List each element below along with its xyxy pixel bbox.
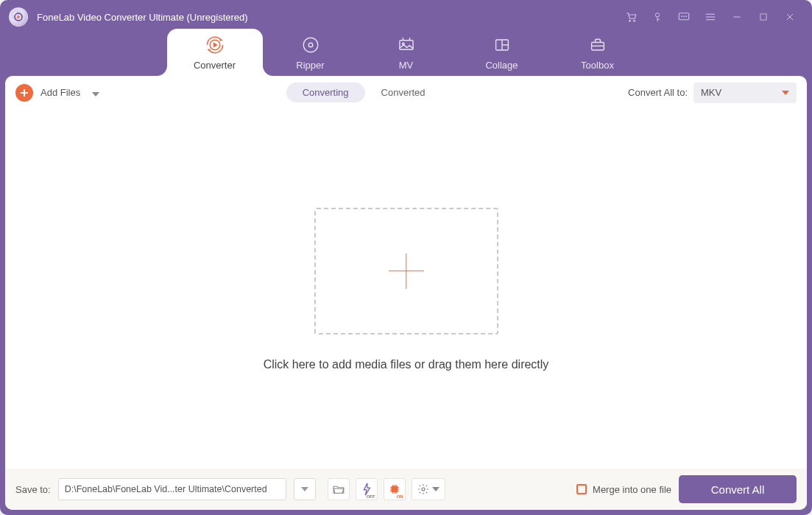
tab-collage[interactable]: Collage <box>454 29 550 76</box>
svg-point-9 <box>684 16 685 17</box>
save-path-field[interactable]: D:\FoneLab\FoneLab Vid...ter Ultimate\Co… <box>58 478 286 500</box>
titlebar: FoneLab Video Converter Ultimate (Unregi… <box>5 5 807 29</box>
minimize-button[interactable] <box>730 10 744 24</box>
merge-checkbox[interactable]: Merge into one file <box>576 484 671 495</box>
toolbox-icon <box>587 35 608 55</box>
svg-rect-15 <box>760 14 766 20</box>
gpu-accel-toggle[interactable]: ON <box>384 478 406 500</box>
tab-label: MV <box>399 60 414 71</box>
checkbox-icon <box>576 484 587 494</box>
converter-icon <box>204 35 226 55</box>
menu-icon[interactable] <box>704 10 717 24</box>
svg-marker-36 <box>364 483 370 495</box>
close-button[interactable] <box>783 10 797 24</box>
chevron-down-icon <box>301 487 308 491</box>
tab-label: Toolbox <box>581 60 614 71</box>
tab-toolbox[interactable]: Toolbox <box>550 29 646 76</box>
svg-marker-35 <box>92 92 99 97</box>
toggle-state-label: ON <box>397 494 403 499</box>
main-panel: Add Files Converting Converted Convert A… <box>5 76 807 510</box>
dropdown-arrow-icon <box>782 91 789 95</box>
svg-point-3 <box>634 20 635 21</box>
chevron-down-icon <box>92 86 99 99</box>
tab-converter[interactable]: Converter <box>167 29 263 76</box>
feedback-icon[interactable] <box>677 10 691 24</box>
app-window: FoneLab Video Converter Ultimate (Unregi… <box>0 0 812 515</box>
add-files-button[interactable]: Add Files <box>15 84 99 102</box>
svg-point-23 <box>308 43 313 47</box>
output-format-select[interactable]: MKV <box>693 83 797 103</box>
tab-label: Ripper <box>296 60 324 71</box>
save-path-dropdown[interactable] <box>294 478 316 500</box>
convert-all-button[interactable]: Convert All <box>679 475 797 503</box>
plus-icon <box>15 84 33 102</box>
svg-point-2 <box>629 20 631 21</box>
svg-marker-21 <box>213 42 217 48</box>
svg-rect-24 <box>399 40 412 49</box>
svg-line-27 <box>409 38 410 40</box>
segment-converted[interactable]: Converted <box>365 83 442 102</box>
segment-converting[interactable]: Converting <box>286 83 365 102</box>
save-to-label: Save to: <box>15 484 51 495</box>
key-icon[interactable] <box>651 10 664 24</box>
svg-point-22 <box>303 38 318 52</box>
bottombar: Save to: D:\FoneLab\FoneLab Vid...ter Ul… <box>5 469 807 510</box>
convert-all-label: Convert All <box>711 483 765 496</box>
add-media-dropzone[interactable] <box>314 208 498 334</box>
titlebar-controls <box>624 10 807 24</box>
tab-label: Converter <box>194 60 236 71</box>
tab-ripper[interactable]: Ripper <box>263 29 359 76</box>
maximize-button[interactable] <box>757 10 770 24</box>
main-tabstrip: Converter Ripper MV Collage Toolbox <box>5 29 807 76</box>
svg-line-26 <box>403 38 403 40</box>
convert-all-to-label: Convert All to: <box>628 87 688 98</box>
cart-icon[interactable] <box>624 10 638 24</box>
svg-point-4 <box>655 13 659 17</box>
collage-icon <box>492 35 512 55</box>
gear-icon <box>417 483 429 495</box>
high-speed-toggle[interactable]: OFF <box>356 478 378 500</box>
add-files-label: Add Files <box>40 87 80 98</box>
app-title: FoneLab Video Converter Ultimate (Unregi… <box>37 12 248 23</box>
svg-rect-37 <box>391 486 398 493</box>
toggle-state-label: OFF <box>367 494 375 499</box>
chevron-down-icon <box>432 487 439 491</box>
svg-point-50 <box>422 488 425 491</box>
tab-mv[interactable]: MV <box>359 29 454 76</box>
svg-point-8 <box>682 16 682 17</box>
save-path-value: D:\FoneLab\FoneLab Vid...ter Ultimate\Co… <box>65 484 267 494</box>
task-settings-button[interactable] <box>412 478 445 500</box>
mv-icon <box>396 35 417 55</box>
ripper-icon <box>300 35 321 55</box>
svg-marker-1 <box>18 15 21 19</box>
format-selected-value: MKV <box>701 87 721 98</box>
merge-label: Merge into one file <box>593 484 671 495</box>
dropzone-hint: Click here to add media files or drag th… <box>264 358 549 371</box>
app-logo-icon <box>9 7 28 27</box>
tab-label: Collage <box>485 60 518 71</box>
svg-point-10 <box>686 16 687 17</box>
open-folder-button[interactable] <box>328 478 350 500</box>
big-plus-icon <box>389 253 424 289</box>
dropzone-area: Click here to add media files or drag th… <box>5 110 807 469</box>
toolbar: Add Files Converting Converted Convert A… <box>5 76 807 110</box>
status-segmented: Converting Converted <box>286 83 442 102</box>
